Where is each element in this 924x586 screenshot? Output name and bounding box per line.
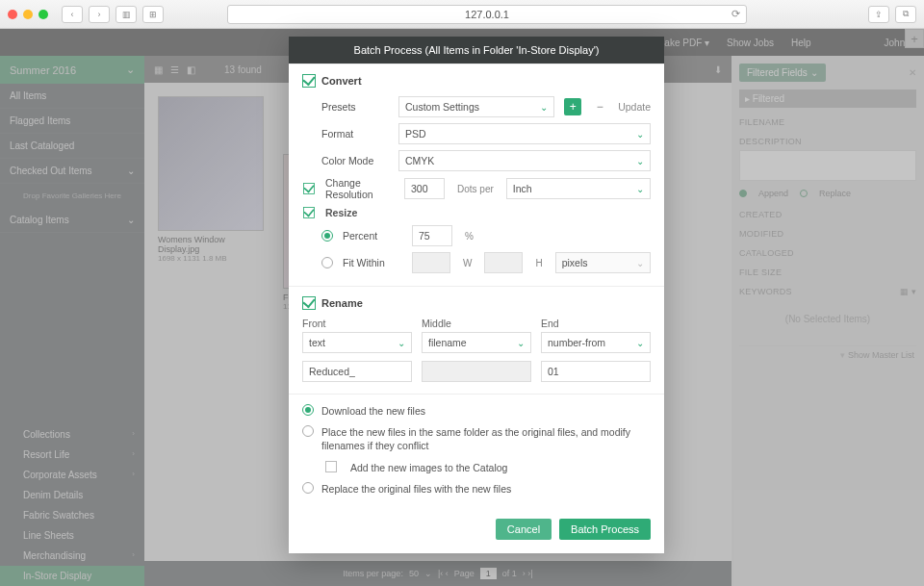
width-input[interactable] [412,252,450,273]
presets-label: Presets [302,101,389,113]
middle-type-value: filename [428,337,467,348]
sidebar-toggle-button[interactable]: ▥ [116,6,137,23]
label-description: DESCRIPTION [739,137,916,146]
tree-collections[interactable]: Collections› [0,424,144,445]
format-select[interactable]: PSD ⌄ [398,123,651,144]
colormode-select[interactable]: CMYK ⌄ [398,150,651,171]
menu-help[interactable]: Help [791,38,811,48]
fit-within-radio[interactable] [321,257,333,268]
share-button[interactable]: ⇪ [868,6,889,23]
resize-checkbox[interactable] [303,207,315,218]
colormode-value: CMYK [405,155,434,166]
change-resolution-checkbox[interactable] [303,183,315,194]
chevron-down-icon: ⌄ [517,338,525,348]
add-catalog-label: Add the new images to the Catalog [350,461,507,474]
update-preset-link[interactable]: Update [618,101,651,113]
pager-page-label: Page [454,569,475,578]
front-type-select[interactable]: text⌄ [302,332,412,353]
tree-merchandising[interactable]: Merchandising› [0,546,144,566]
pill-label: Filtered Fields [747,67,808,78]
tree-in-store-display[interactable]: In-Store Display [0,566,144,586]
description-textarea[interactable] [739,150,916,181]
grid-icon[interactable]: ▦ ▾ [900,287,916,296]
end-type-value: number-from [548,337,605,348]
menu-make-pdf[interactable]: Make PDF ▾ [656,38,709,48]
zoom-window-icon[interactable] [38,10,48,19]
percent-input[interactable]: 75 [412,225,452,246]
height-input[interactable] [484,252,523,273]
rename-checkbox[interactable] [302,296,316,310]
percent-radio[interactable] [321,230,333,242]
pager-label: Items per page: [343,569,403,578]
presets-select[interactable]: Custom Settings ⌄ [398,96,554,117]
resolution-input[interactable]: 300 [404,178,445,199]
view-grid-icon[interactable]: ▦ [154,64,163,75]
tree-line-sheets[interactable]: Line Sheets [0,525,144,546]
add-preset-button[interactable]: + [564,98,581,115]
inspector-panel: Filtered Fields ⌄ ✕ ▸ Filtered FILENAME … [732,56,924,586]
chevron-icon: › [132,429,135,440]
tree-resort-life[interactable]: Resort Life› [0,445,144,465]
new-tab-button[interactable]: + [905,29,924,48]
sidebar-all-items[interactable]: All Items [0,84,144,109]
download-icon[interactable]: ⬇ [714,64,722,75]
sidebar-catalog-items[interactable]: Catalog Items⌄ [0,208,144,233]
thumbnail-item[interactable]: Womens Window Display.jpg 1698 x 1131 1.… [158,96,264,311]
tree-corporate-assets[interactable]: Corporate Assets› [0,465,144,485]
forward-button[interactable]: › [89,6,110,23]
convert-checkbox[interactable] [302,74,316,88]
format-value: PSD [405,128,426,140]
append-radio[interactable] [739,190,747,197]
same-folder-radio[interactable] [302,425,314,437]
middle-type-select[interactable]: filename⌄ [422,332,531,353]
tree-item-label: Denim Details [23,490,83,500]
remove-preset-button[interactable]: − [591,98,608,115]
batch-process-button[interactable]: Batch Process [559,519,651,540]
show-master-label: Show Master List [848,350,914,360]
back-button[interactable]: ‹ [62,6,83,23]
tabs-button[interactable]: ⧉ [895,6,916,23]
resize-label: Resize [325,207,357,218]
menu-show-jobs[interactable]: Show Jobs [727,38,774,48]
pager-size[interactable]: 50 [409,569,419,578]
replace-radio[interactable] [800,190,808,197]
thumbnail-caption: Womens Window Display.jpg [158,235,264,254]
chevron-down-icon: ⌄ [636,156,644,166]
show-master-list-link[interactable]: ▾ Show Master List [739,345,916,364]
left-sidebar: Summer 2016 ⌄ All Items Flagged Items La… [0,56,144,586]
middle-header: Middle [422,318,531,329]
sidebar-header[interactable]: Summer 2016 ⌄ [0,56,144,84]
percent-unit: % [465,231,474,242]
resolution-unit-select[interactable]: Inch ⌄ [506,178,651,199]
download-new-files-radio[interactable] [302,404,314,416]
thumbnail-image [158,96,264,231]
sidebar-last-cataloged[interactable]: Last Cataloged [0,134,144,159]
minimize-window-icon[interactable] [23,10,33,19]
close-icon[interactable]: ✕ [909,67,916,78]
dots-per-label: Dots per [457,184,494,194]
tree-denim-details[interactable]: Denim Details [0,485,144,505]
chevron-down-icon: ⌄ [636,129,644,140]
url-bar[interactable]: 127.0.0.1 ⟳ [227,5,747,24]
size-unit-select[interactable]: pixels ⌄ [555,252,651,273]
grid-button[interactable]: ⊞ [142,6,164,23]
sidebar-checked-out[interactable]: Checked Out Items⌄ [0,159,144,184]
front-text-input[interactable]: Reduced_ [302,361,412,382]
tree-item-label: Collections [23,429,70,440]
add-to-catalog-checkbox[interactable] [325,461,337,472]
pager-page-value[interactable]: 1 [480,568,497,579]
view-list-icon[interactable]: ☰ [170,64,179,75]
close-window-icon[interactable] [8,10,17,19]
end-type-select[interactable]: number-from⌄ [541,332,651,353]
cancel-button[interactable]: Cancel [496,519,552,540]
reload-icon[interactable]: ⟳ [732,8,740,20]
sidebar-flagged-items[interactable]: Flagged Items [0,109,144,134]
w-label: W [463,258,472,268]
resolution-value: 300 [411,183,428,194]
end-text-input[interactable]: 01 [541,361,651,382]
tree-fabric-swatches[interactable]: Fabric Swatches [0,505,144,525]
view-detail-icon[interactable]: ◧ [187,64,195,75]
filtered-fields-pill[interactable]: Filtered Fields ⌄ [739,64,826,82]
sidebar-item-label: Last Cataloged [10,140,74,151]
replace-originals-radio[interactable] [302,482,314,494]
